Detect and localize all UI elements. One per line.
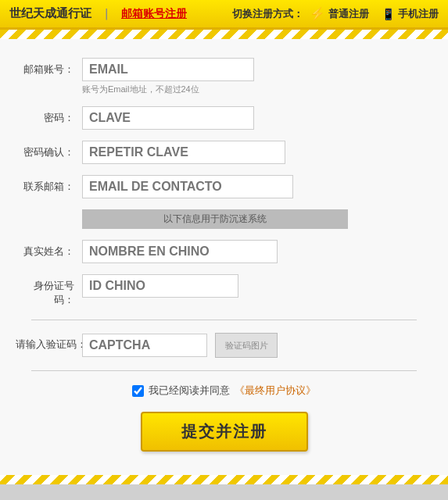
contact-email-field-wrap (82, 175, 293, 198)
mobile-reg-option[interactable]: 📱 手机注册 (382, 7, 439, 21)
agreement-checkbox[interactable] (132, 385, 144, 397)
phone-icon: 📱 (382, 8, 395, 20)
mobile-reg-label: 手机注册 (398, 7, 439, 21)
real-name-field-wrap (82, 240, 278, 263)
id-number-field-wrap (82, 274, 238, 298)
registration-form: 邮箱账号： 账号为Email地址，不超过24位 密码： 密码确认： 联系邮箱： … (0, 39, 448, 475)
email-hint: 账号为Email地址，不超过24位 (82, 84, 254, 95)
password-field-wrap (82, 106, 254, 130)
confirm-password-row: 密码确认： (16, 141, 432, 164)
section-divider: 以下信息用于防沉迷系统 (82, 209, 348, 229)
submit-wrap: 提交并注册 (16, 412, 432, 452)
zigzag-top-decoration (0, 30, 448, 39)
email-input[interactable] (82, 58, 254, 81)
captcha-image[interactable]: 验证码图片 (215, 333, 278, 358)
zigzag-bottom-decoration (0, 475, 448, 484)
agreement-text: 我已经阅读并同意 (149, 384, 230, 398)
email-label: 邮箱账号： (16, 58, 82, 77)
real-name-label: 真实姓名： (16, 240, 82, 259)
contact-email-input[interactable] (82, 175, 293, 198)
agreement-link[interactable]: 《最终用户协议》 (235, 384, 316, 398)
real-name-row: 真实姓名： (16, 240, 432, 263)
id-number-input[interactable] (82, 274, 238, 298)
password-input[interactable] (82, 106, 254, 130)
password-row: 密码： (16, 106, 432, 130)
normal-reg-option[interactable]: ⚡ 普通注册 (310, 6, 369, 21)
confirm-password-input[interactable] (82, 141, 285, 164)
agreement-row: 我已经阅读并同意 《最终用户协议》 (16, 384, 432, 398)
normal-reg-label: 普通注册 (328, 7, 369, 21)
submit-button[interactable]: 提交并注册 (141, 412, 308, 452)
captcha-row: 请输入验证码： 验证码图片 (16, 333, 432, 358)
email-field-wrap: 账号为Email地址，不超过24位 (82, 58, 254, 95)
id-number-label: 身份证号码： (16, 274, 82, 307)
switch-label: 切换注册方式： (232, 7, 303, 21)
contact-email-row: 联系邮箱： (16, 175, 432, 198)
password-label: 密码： (16, 106, 82, 125)
header-bar: 世纪天成通行证 ｜ 邮箱账号注册 切换注册方式： ⚡ 普通注册 📱 手机注册 (0, 0, 448, 30)
captcha-input[interactable] (82, 334, 207, 357)
id-number-row: 身份证号码： (16, 274, 432, 307)
confirm-password-label: 密码确认： (16, 141, 82, 159)
divider-line-2 (31, 370, 417, 371)
real-name-input[interactable] (82, 240, 278, 263)
confirm-password-field-wrap (82, 141, 285, 164)
contact-email-label: 联系邮箱： (16, 175, 82, 194)
lightning-icon: ⚡ (310, 6, 325, 21)
site-title: 世纪天成通行证 (9, 6, 91, 21)
captcha-label: 请输入验证码： (16, 333, 82, 352)
email-reg-tab[interactable]: 邮箱账号注册 (121, 7, 187, 21)
separator: ｜ (101, 7, 112, 21)
email-row: 邮箱账号： 账号为Email地址，不超过24位 (16, 58, 432, 95)
captcha-input-wrap: 验证码图片 (82, 333, 278, 358)
divider-line-1 (31, 320, 417, 320)
